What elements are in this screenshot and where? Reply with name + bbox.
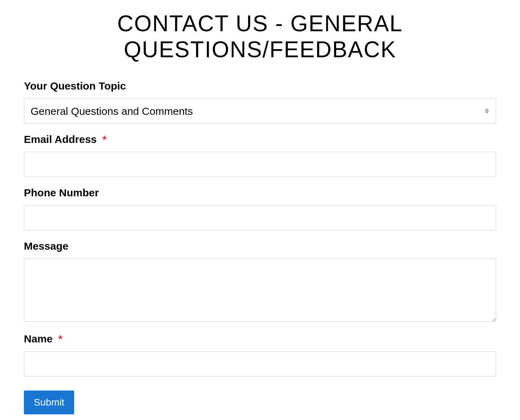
email-label: Email Address * bbox=[24, 133, 496, 145]
message-label: Message bbox=[24, 240, 496, 252]
topic-group: Your Question Topic General Questions an… bbox=[24, 80, 496, 124]
phone-label: Phone Number bbox=[24, 187, 496, 199]
phone-group: Phone Number bbox=[24, 187, 496, 230]
name-group: Name * bbox=[24, 333, 496, 376]
required-star-icon: * bbox=[103, 133, 107, 145]
required-star-icon: * bbox=[58, 333, 63, 344]
submit-button[interactable]: Submit bbox=[24, 391, 74, 414]
email-group: Email Address * bbox=[24, 133, 496, 177]
contact-form: Your Question Topic General Questions an… bbox=[24, 80, 496, 414]
phone-field[interactable] bbox=[24, 205, 496, 230]
message-group: Message bbox=[24, 240, 496, 323]
message-textarea[interactable] bbox=[24, 258, 496, 322]
topic-select-wrapper: General Questions and Comments bbox=[24, 98, 496, 124]
email-field[interactable] bbox=[24, 152, 496, 177]
name-label: Name * bbox=[24, 333, 496, 345]
page-title: CONTACT US - GENERAL QUESTIONS/FEEDBACK bbox=[24, 11, 496, 63]
name-field[interactable] bbox=[24, 351, 496, 376]
email-label-text: Email Address bbox=[24, 133, 97, 145]
topic-select[interactable]: General Questions and Comments bbox=[24, 98, 496, 124]
topic-label: Your Question Topic bbox=[24, 80, 496, 92]
name-label-text: Name bbox=[24, 333, 53, 344]
